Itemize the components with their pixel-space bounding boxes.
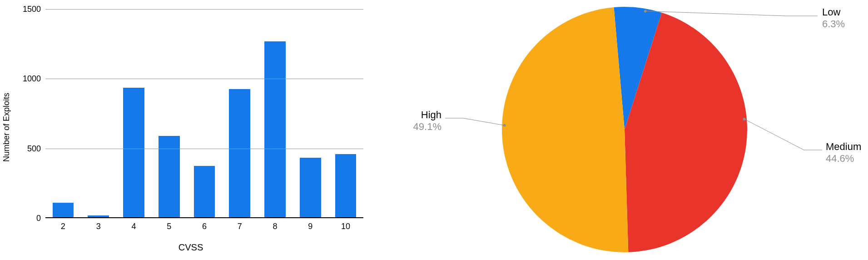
pie-leader-line — [445, 118, 505, 125]
bar-x-tick: 8 — [273, 222, 278, 231]
bar-plot-area: 0500100015002345678910 — [45, 9, 363, 218]
bar-x-tick: 2 — [61, 222, 65, 231]
bar-y-tick: 500 — [27, 144, 41, 153]
bar — [229, 89, 250, 218]
bar-x-tick: 6 — [202, 222, 207, 231]
bar-y-tick: 1500 — [23, 5, 41, 14]
bar-series — [45, 9, 363, 218]
pie-slice-high — [502, 7, 628, 252]
bar-gridline — [45, 149, 363, 149]
pie-label-medium: Medium44.6% — [826, 141, 861, 165]
bar-y-tick: 0 — [36, 214, 41, 223]
bar-x-tick: 9 — [308, 222, 312, 231]
pie-slices — [502, 7, 747, 252]
pie-label-pct: 44.6% — [826, 153, 861, 165]
bar-x-axis-label: CVSS — [179, 242, 203, 253]
bar-x-tick: 10 — [341, 222, 350, 231]
pie-label-low: Low6.3% — [822, 6, 845, 30]
bar-baseline — [45, 217, 363, 218]
bar — [335, 154, 357, 218]
bar-x-tick: 7 — [238, 222, 242, 231]
bar-y-axis-label: Number of Exploits — [2, 93, 11, 162]
bar-x-tick: 5 — [167, 222, 171, 231]
pie-label-high: High49.1% — [413, 109, 441, 133]
pie-label-pct: 49.1% — [413, 121, 441, 133]
pie-label-name: Medium — [826, 141, 861, 153]
pie-label-name: High — [413, 109, 441, 121]
bar — [300, 158, 321, 218]
bar — [194, 166, 215, 218]
pie-svg — [386, 0, 863, 259]
bar — [123, 88, 144, 218]
bar-x-tick: 3 — [96, 222, 101, 231]
bar — [53, 203, 74, 218]
pie-leader-line — [744, 119, 822, 150]
pie-label-pct: 6.3% — [822, 18, 845, 30]
canvas: Number of Exploits 050010001500234567891… — [0, 0, 868, 260]
bar-chart: Number of Exploits 050010001500234567891… — [9, 5, 372, 250]
pie-label-name: Low — [822, 6, 845, 18]
pie-leader-line — [645, 11, 818, 16]
bar-gridline — [45, 79, 363, 79]
bar — [264, 41, 286, 218]
bar-y-tick: 1000 — [23, 74, 41, 84]
bar-gridline — [45, 9, 363, 10]
bar-x-tick: 4 — [131, 222, 136, 231]
pie-chart: Low6.3%Medium44.6%High49.1% — [386, 0, 863, 259]
